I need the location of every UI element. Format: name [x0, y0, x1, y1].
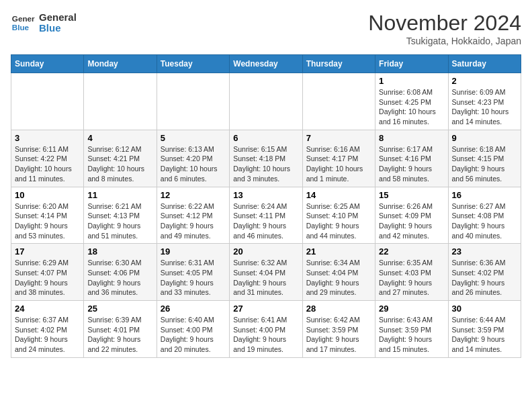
week-row-1: 1Sunrise: 6:08 AM Sunset: 4:25 PM Daylig… [11, 73, 521, 130]
day-info: Sunrise: 6:15 AM Sunset: 4:18 PM Dayligh… [233, 144, 298, 184]
calendar-body: 1Sunrise: 6:08 AM Sunset: 4:25 PM Daylig… [11, 73, 521, 358]
day-number: 30 [452, 304, 517, 314]
day-info: Sunrise: 6:27 AM Sunset: 4:08 PM Dayligh… [452, 201, 517, 241]
day-info: Sunrise: 6:22 AM Sunset: 4:12 PM Dayligh… [161, 201, 226, 241]
calendar-header: SundayMondayTuesdayWednesdayThursdayFrid… [11, 55, 521, 73]
header-cell-sunday: Sunday [11, 55, 84, 73]
day-number: 17 [15, 246, 80, 257]
day-info: Sunrise: 6:41 AM Sunset: 4:00 PM Dayligh… [233, 315, 298, 355]
day-cell: 29Sunrise: 6:43 AM Sunset: 3:59 PM Dayli… [375, 301, 448, 358]
day-info: Sunrise: 6:16 AM Sunset: 4:17 PM Dayligh… [306, 144, 371, 184]
day-info: Sunrise: 6:40 AM Sunset: 4:00 PM Dayligh… [161, 315, 226, 355]
day-number: 5 [161, 133, 226, 143]
day-number: 25 [87, 304, 152, 314]
week-row-4: 17Sunrise: 6:29 AM Sunset: 4:07 PM Dayli… [11, 244, 521, 301]
day-cell [84, 73, 157, 130]
logo-icon: General Blue [11, 11, 35, 35]
day-info: Sunrise: 6:30 AM Sunset: 4:06 PM Dayligh… [87, 258, 152, 298]
day-cell: 28Sunrise: 6:42 AM Sunset: 3:59 PM Dayli… [302, 301, 375, 358]
day-cell: 11Sunrise: 6:21 AM Sunset: 4:13 PM Dayli… [84, 187, 157, 244]
header-cell-tuesday: Tuesday [157, 55, 229, 73]
day-number: 6 [233, 133, 298, 143]
day-info: Sunrise: 6:42 AM Sunset: 3:59 PM Dayligh… [306, 315, 371, 355]
day-cell: 17Sunrise: 6:29 AM Sunset: 4:07 PM Dayli… [11, 244, 84, 301]
calendar-table: SundayMondayTuesdayWednesdayThursdayFrid… [11, 54, 521, 358]
day-number: 3 [15, 133, 80, 143]
week-row-5: 24Sunrise: 6:37 AM Sunset: 4:02 PM Dayli… [11, 301, 521, 358]
day-number: 29 [379, 304, 444, 314]
day-number: 20 [233, 246, 298, 257]
day-cell: 24Sunrise: 6:37 AM Sunset: 4:02 PM Dayli… [11, 301, 84, 358]
title-block: November 2024 Tsukigata, Hokkaido, Japan [368, 11, 521, 46]
day-number: 1 [379, 76, 444, 86]
header-cell-friday: Friday [375, 55, 448, 73]
day-number: 12 [161, 190, 226, 200]
day-cell: 13Sunrise: 6:24 AM Sunset: 4:11 PM Dayli… [230, 187, 302, 244]
day-info: Sunrise: 6:34 AM Sunset: 4:04 PM Dayligh… [306, 258, 371, 298]
day-number: 23 [452, 246, 517, 257]
day-cell [11, 73, 84, 130]
day-cell: 26Sunrise: 6:40 AM Sunset: 4:00 PM Dayli… [157, 301, 229, 358]
day-number: 16 [452, 190, 517, 200]
day-number: 10 [15, 190, 80, 200]
day-cell: 9Sunrise: 6:18 AM Sunset: 4:15 PM Daylig… [448, 130, 521, 187]
day-number: 21 [306, 246, 371, 257]
day-number: 8 [379, 133, 444, 143]
day-cell: 14Sunrise: 6:25 AM Sunset: 4:10 PM Dayli… [302, 187, 375, 244]
day-info: Sunrise: 6:25 AM Sunset: 4:10 PM Dayligh… [306, 201, 371, 241]
day-cell: 16Sunrise: 6:27 AM Sunset: 4:08 PM Dayli… [448, 187, 521, 244]
day-cell: 8Sunrise: 6:17 AM Sunset: 4:16 PM Daylig… [375, 130, 448, 187]
day-number: 4 [87, 133, 152, 143]
day-info: Sunrise: 6:09 AM Sunset: 4:23 PM Dayligh… [452, 87, 517, 127]
week-row-3: 10Sunrise: 6:20 AM Sunset: 4:14 PM Dayli… [11, 187, 521, 244]
month-title: November 2024 [368, 11, 521, 36]
svg-text:General: General [12, 14, 35, 23]
logo: General Blue General Blue [11, 11, 77, 35]
day-cell: 3Sunrise: 6:11 AM Sunset: 4:22 PM Daylig… [11, 130, 84, 187]
day-cell: 27Sunrise: 6:41 AM Sunset: 4:00 PM Dayli… [230, 301, 302, 358]
day-info: Sunrise: 6:36 AM Sunset: 4:02 PM Dayligh… [452, 258, 517, 298]
day-info: Sunrise: 6:43 AM Sunset: 3:59 PM Dayligh… [379, 315, 444, 355]
day-info: Sunrise: 6:24 AM Sunset: 4:11 PM Dayligh… [233, 201, 298, 241]
day-cell: 7Sunrise: 6:16 AM Sunset: 4:17 PM Daylig… [302, 130, 375, 187]
day-cell: 18Sunrise: 6:30 AM Sunset: 4:06 PM Dayli… [84, 244, 157, 301]
day-info: Sunrise: 6:32 AM Sunset: 4:04 PM Dayligh… [233, 258, 298, 298]
day-cell: 19Sunrise: 6:31 AM Sunset: 4:05 PM Dayli… [157, 244, 229, 301]
day-info: Sunrise: 6:29 AM Sunset: 4:07 PM Dayligh… [15, 258, 80, 298]
day-cell [302, 73, 375, 130]
day-cell: 23Sunrise: 6:36 AM Sunset: 4:02 PM Dayli… [448, 244, 521, 301]
day-info: Sunrise: 6:13 AM Sunset: 4:20 PM Dayligh… [161, 144, 226, 184]
day-number: 19 [161, 246, 226, 257]
svg-text:Blue: Blue [12, 23, 30, 32]
day-cell [157, 73, 229, 130]
day-number: 13 [233, 190, 298, 200]
day-info: Sunrise: 6:18 AM Sunset: 4:15 PM Dayligh… [452, 144, 517, 184]
day-cell: 22Sunrise: 6:35 AM Sunset: 4:03 PM Dayli… [375, 244, 448, 301]
day-number: 7 [306, 133, 371, 143]
day-cell: 6Sunrise: 6:15 AM Sunset: 4:18 PM Daylig… [230, 130, 302, 187]
day-info: Sunrise: 6:26 AM Sunset: 4:09 PM Dayligh… [379, 201, 444, 241]
day-number: 24 [15, 304, 80, 314]
day-cell: 20Sunrise: 6:32 AM Sunset: 4:04 PM Dayli… [230, 244, 302, 301]
location: Tsukigata, Hokkaido, Japan [368, 36, 521, 46]
day-number: 11 [87, 190, 152, 200]
page-header: General Blue General Blue November 2024 … [11, 11, 521, 46]
day-number: 2 [452, 76, 517, 86]
day-info: Sunrise: 6:17 AM Sunset: 4:16 PM Dayligh… [379, 144, 444, 184]
day-cell: 10Sunrise: 6:20 AM Sunset: 4:14 PM Dayli… [11, 187, 84, 244]
day-info: Sunrise: 6:11 AM Sunset: 4:22 PM Dayligh… [15, 144, 80, 184]
day-cell: 5Sunrise: 6:13 AM Sunset: 4:20 PM Daylig… [157, 130, 229, 187]
header-cell-thursday: Thursday [302, 55, 375, 73]
week-row-2: 3Sunrise: 6:11 AM Sunset: 4:22 PM Daylig… [11, 130, 521, 187]
day-cell: 12Sunrise: 6:22 AM Sunset: 4:12 PM Dayli… [157, 187, 229, 244]
day-info: Sunrise: 6:35 AM Sunset: 4:03 PM Dayligh… [379, 258, 444, 298]
day-info: Sunrise: 6:37 AM Sunset: 4:02 PM Dayligh… [15, 315, 80, 355]
day-cell: 1Sunrise: 6:08 AM Sunset: 4:25 PM Daylig… [375, 73, 448, 130]
day-info: Sunrise: 6:12 AM Sunset: 4:21 PM Dayligh… [87, 144, 152, 184]
header-cell-saturday: Saturday [448, 55, 521, 73]
day-info: Sunrise: 6:44 AM Sunset: 3:59 PM Dayligh… [452, 315, 517, 355]
day-cell: 30Sunrise: 6:44 AM Sunset: 3:59 PM Dayli… [448, 301, 521, 358]
logo-text: General Blue [39, 12, 77, 34]
day-number: 27 [233, 304, 298, 314]
day-cell: 21Sunrise: 6:34 AM Sunset: 4:04 PM Dayli… [302, 244, 375, 301]
